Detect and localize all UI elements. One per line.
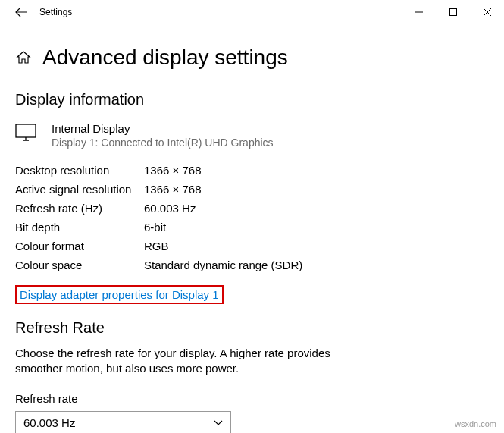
spec-value: RGB [144,240,169,253]
maximize-icon [449,8,457,16]
monitor-icon [15,124,39,145]
page-title: Advanced display settings [42,45,288,70]
dropdown-selected-value: 60.003 Hz [16,416,75,429]
spec-label: Colour space [15,259,144,271]
spec-row-active-resolution: Active signal resolution 1366 × 768 [15,183,489,196]
content-area: Advanced display settings Display inform… [0,24,504,433]
spec-row-bit-depth: Bit depth 6-bit [15,221,489,234]
page-header: Advanced display settings [15,45,489,70]
close-button[interactable] [470,0,504,24]
minimize-icon [415,8,423,16]
display-name: Internal Display [52,122,274,135]
spec-value: 60.003 Hz [144,202,196,215]
svg-rect-1 [16,124,36,137]
display-description: Display 1: Connected to Intel(R) UHD Gra… [52,136,274,149]
refresh-rate-field-label: Refresh rate [15,392,489,405]
arrow-left-icon [15,6,27,18]
refresh-rate-description: Choose the refresh rate for your display… [15,346,349,377]
back-button[interactable] [6,0,36,24]
maximize-button[interactable] [436,0,470,24]
spec-label: Desktop resolution [15,164,144,177]
refresh-rate-section: Refresh Rate Choose the refresh rate for… [15,319,489,433]
spec-row-refresh-rate: Refresh rate (Hz) 60.003 Hz [15,202,489,215]
spec-label: Colour format [15,240,144,253]
display-info-block: Internal Display Display 1: Connected to… [15,122,489,149]
display-adapter-properties-link[interactable]: Display adapter properties for Display 1 [15,285,224,304]
spec-value: 1366 × 768 [144,183,202,196]
spec-row-colour-format: Colour format RGB [15,240,489,253]
svg-rect-0 [449,9,456,16]
spec-value: Standard dynamic range (SDR) [144,259,302,271]
window-controls [402,0,504,24]
refresh-rate-dropdown[interactable]: 60.003 Hz [15,411,231,434]
spec-row-desktop-resolution: Desktop resolution 1366 × 768 [15,164,489,177]
watermark: wsxdn.com [455,419,496,428]
minimize-button[interactable] [402,0,436,24]
spec-value: 1366 × 768 [144,164,202,177]
spec-label: Refresh rate (Hz) [15,202,144,215]
refresh-rate-heading: Refresh Rate [15,319,489,337]
close-icon [484,8,491,16]
titlebar: Settings [0,0,504,24]
display-info-heading: Display information [15,91,489,108]
window-title: Settings [39,7,72,17]
spec-label: Bit depth [15,221,144,234]
spec-label: Active signal resolution [15,183,144,196]
home-icon[interactable] [15,49,32,66]
spec-value: 6-bit [144,221,166,234]
spec-row-colour-space: Colour space Standard dynamic range (SDR… [15,259,489,271]
chevron-down-icon [205,412,230,434]
